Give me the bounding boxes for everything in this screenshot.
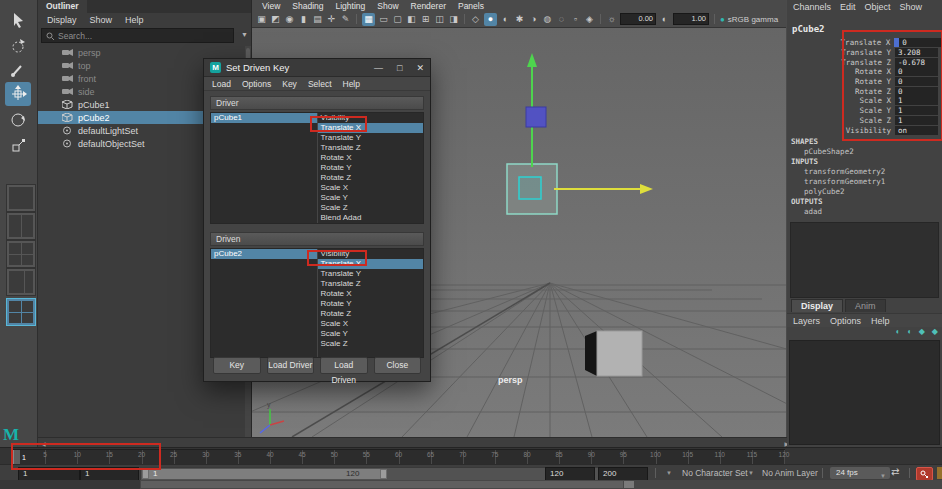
move-tool-icon[interactable] [5, 82, 31, 106]
paint-select-tool-icon[interactable] [5, 58, 31, 82]
attribute-name[interactable]: Rotate Z [787, 87, 895, 96]
range-start-handle[interactable] [142, 469, 149, 479]
layer-option-icon-2[interactable]: ◖ [907, 327, 912, 336]
safe-title-icon[interactable]: ◨ [448, 13, 459, 26]
gamma-icon[interactable]: ◐ [659, 13, 670, 26]
viewport-menu-item[interactable]: Panels [458, 1, 484, 11]
window-button[interactable]: □ [397, 63, 402, 73]
help-line-field[interactable] [141, 481, 623, 488]
viewport-menu-item[interactable]: View [262, 1, 280, 11]
shadows-icon[interactable]: ◑ [528, 13, 539, 26]
editor-tab[interactable]: Display [791, 299, 843, 312]
attribute-value-field[interactable]: 0 [895, 67, 938, 76]
scale-tool-icon[interactable] [5, 134, 31, 158]
attribute-name[interactable]: Scale Z [787, 116, 895, 125]
driven-attribute-item[interactable]: Visibility [318, 249, 424, 259]
bookmark-icon[interactable]: ▮ [298, 13, 309, 26]
character-set-dropdown-icon-2[interactable]: ▼ [748, 470, 754, 476]
fps-dropdown[interactable]: 24 fps ▼ [830, 467, 890, 479]
lock-camera-icon[interactable]: ◩ [270, 13, 281, 26]
attribute-name[interactable]: Visibility [787, 126, 895, 135]
driven-attribute-item[interactable]: Translate X [318, 259, 424, 269]
attribute-value-field[interactable]: 1 [895, 106, 938, 115]
viewport-menu-item[interactable]: Lighting [335, 1, 365, 11]
grid-toggle-icon[interactable]: ▦ [362, 13, 375, 26]
layer-menu-item[interactable]: Layers [793, 316, 820, 326]
exposure-icon[interactable]: ☼ [606, 13, 617, 26]
driver-attribute-item[interactable]: Rotate Z [318, 173, 424, 183]
pcube1-mesh[interactable] [597, 331, 642, 376]
attribute-value-field[interactable]: 0 [895, 87, 938, 96]
layer-menu-item[interactable]: Options [830, 316, 861, 326]
search-input[interactable]: Search... [41, 28, 234, 43]
driven-attribute-item[interactable]: Translate Z [318, 279, 424, 289]
safe-action-icon[interactable]: ◫ [434, 13, 445, 26]
2d-pan-zoom-icon[interactable]: ✛ [326, 13, 337, 26]
xray-icon[interactable]: ◈ [584, 13, 595, 26]
layer-menu-item[interactable]: Help [871, 316, 890, 326]
layer-option-icon-1[interactable]: ◖ [895, 327, 900, 336]
layer-option-icon-3[interactable]: ◆ [919, 327, 925, 336]
viewport-menu-item[interactable]: Show [377, 1, 398, 11]
driven-attribute-list[interactable]: VisibilityTranslate XTranslate YTranslat… [317, 249, 424, 357]
attribute-value-field[interactable]: 3.208 [895, 48, 938, 57]
layout-single-pane-button[interactable] [6, 184, 36, 212]
move-manipulator-center[interactable] [519, 177, 541, 199]
playback-loop-icon[interactable]: ⇄ [891, 466, 899, 477]
film-gate-icon[interactable]: ▭ [378, 13, 389, 26]
driven-attribute-item[interactable]: Scale Y [318, 329, 424, 339]
outliner-filter-dropdown-icon[interactable]: ▼ [241, 31, 248, 38]
driven-attribute-item[interactable]: Rotate Y [318, 299, 424, 309]
layout-four-pane-button[interactable] [6, 240, 36, 268]
attribute-value-field[interactable]: 0 [895, 77, 938, 86]
attribute-value-field[interactable]: 1 [895, 116, 938, 125]
layout-persp-outliner-button[interactable] [6, 268, 36, 296]
character-set-dropdown-icon[interactable]: ▼ [666, 470, 672, 476]
ambient-occlusion-icon[interactable]: ◍ [542, 13, 553, 26]
dialog-button[interactable]: Load Driven [320, 357, 368, 374]
isolate-select-icon[interactable]: ▫ [570, 13, 581, 26]
character-set-label[interactable]: No Character Set [682, 468, 748, 478]
attribute-name[interactable]: Scale Y [787, 106, 895, 115]
motion-blur-icon[interactable]: ◌ [556, 13, 567, 26]
attribute-value-field[interactable]: -0.678 [895, 58, 938, 67]
editor-tab[interactable]: Anim [845, 299, 886, 312]
shape-node-item[interactable]: pCubeShape2 [787, 147, 942, 157]
outliner-menu-item[interactable]: Help [125, 15, 144, 25]
grease-pencil-icon[interactable]: ✎ [340, 13, 351, 26]
driver-attribute-item[interactable]: Scale Y [318, 193, 424, 203]
animation-end-field[interactable]: 200 [598, 467, 648, 481]
gamma-field[interactable]: 1.00 [673, 13, 709, 25]
dialog-button[interactable]: Load Driver [267, 357, 315, 374]
attribute-name[interactable]: Translate Y [787, 48, 895, 57]
outliner-menu-item[interactable]: Display [47, 15, 77, 25]
colorspace-control[interactable]: ● sRGB gamma [720, 15, 778, 24]
dialog-button[interactable]: Close [374, 357, 422, 374]
driver-attribute-list[interactable]: VisibilityTranslate XTranslate YTranslat… [317, 113, 424, 223]
animation-start-field[interactable]: 1 [18, 467, 80, 481]
dialog-menu-item[interactable]: Select [308, 79, 332, 89]
attribute-name[interactable]: Rotate X [787, 67, 895, 76]
input-node-item[interactable]: transformGeometry1 [787, 177, 942, 187]
attribute-value-field[interactable]: on [895, 126, 938, 135]
attribute-name[interactable]: Translate X [787, 38, 894, 47]
driver-attribute-item[interactable]: Translate Y [318, 133, 424, 143]
window-button[interactable]: — [374, 63, 383, 73]
driver-attribute-item[interactable]: Scale Z [318, 203, 424, 213]
resolution-gate-icon[interactable]: ▢ [392, 13, 403, 26]
driver-attribute-item[interactable]: Visibility [318, 113, 424, 123]
driven-attribute-item[interactable]: Scale X [318, 319, 424, 329]
driven-object-item[interactable]: pCube2 [211, 249, 317, 259]
layer-list-area[interactable] [789, 340, 940, 445]
select-tool-icon[interactable] [5, 8, 31, 32]
playback-start-field[interactable]: 1 [80, 467, 139, 481]
auto-keyframe-toggle[interactable] [916, 467, 933, 481]
dialog-menu-item[interactable]: Options [242, 79, 271, 89]
attribute-value-field[interactable]: 1 [895, 96, 938, 105]
layer-option-icon-4[interactable]: ◆ [932, 327, 938, 336]
channel-box-menu-item[interactable]: Channels [793, 2, 831, 12]
dialog-menu-item[interactable]: Load [212, 79, 231, 89]
image-plane-icon[interactable]: ▤ [312, 13, 323, 26]
dialog-menu-item[interactable]: Help [343, 79, 360, 89]
gate-mask-icon[interactable]: ◧ [406, 13, 417, 26]
